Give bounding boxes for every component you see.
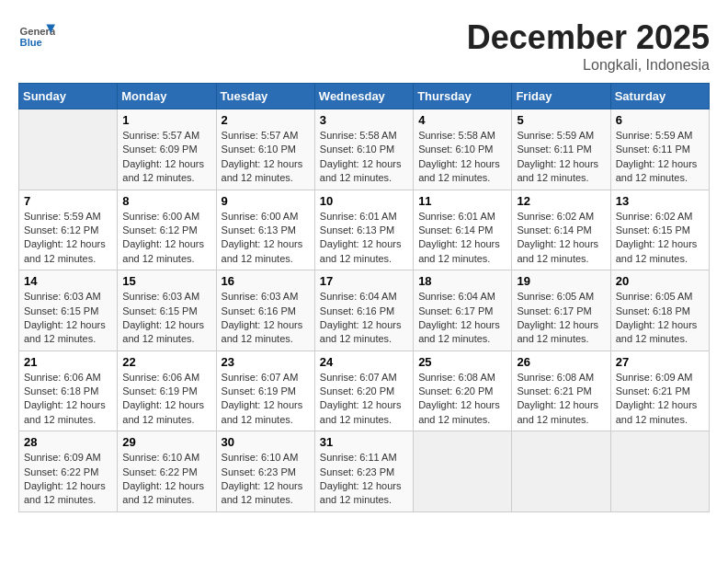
calendar-cell: 30Sunrise: 6:10 AM Sunset: 6:23 PM Dayli…: [216, 431, 314, 512]
day-info: Sunrise: 6:05 AM Sunset: 6:18 PM Dayligh…: [616, 290, 704, 347]
day-number: 17: [320, 274, 408, 288]
day-number: 2: [222, 113, 310, 127]
day-number: 31: [320, 435, 408, 449]
calendar-cell: 28Sunrise: 6:09 AM Sunset: 6:22 PM Dayli…: [19, 431, 118, 512]
day-info: Sunrise: 6:01 AM Sunset: 6:13 PM Dayligh…: [320, 210, 408, 267]
calendar-cell: 6Sunrise: 5:59 AM Sunset: 6:11 PM Daylig…: [610, 109, 709, 190]
calendar-cell: 15Sunrise: 6:03 AM Sunset: 6:15 PM Dayli…: [118, 270, 216, 351]
day-number: 10: [320, 194, 408, 208]
col-header-thursday: Thursday: [414, 84, 512, 109]
day-info: Sunrise: 6:07 AM Sunset: 6:20 PM Dayligh…: [320, 371, 408, 428]
col-header-saturday: Saturday: [610, 84, 709, 109]
day-number: 29: [122, 435, 210, 449]
day-number: 18: [418, 274, 506, 288]
day-number: 4: [418, 113, 506, 127]
calendar-cell: 22Sunrise: 6:06 AM Sunset: 6:19 PM Dayli…: [118, 350, 216, 431]
calendar-cell: 13Sunrise: 6:02 AM Sunset: 6:15 PM Dayli…: [610, 190, 709, 270]
day-info: Sunrise: 5:58 AM Sunset: 6:10 PM Dayligh…: [418, 129, 506, 186]
day-info: Sunrise: 5:58 AM Sunset: 6:10 PM Dayligh…: [320, 129, 408, 186]
week-row-2: 7Sunrise: 5:59 AM Sunset: 6:12 PM Daylig…: [19, 190, 710, 270]
day-number: 27: [616, 355, 704, 369]
day-number: 7: [24, 194, 112, 208]
calendar-cell: 8Sunrise: 6:00 AM Sunset: 6:12 PM Daylig…: [118, 190, 216, 270]
calendar-cell: 1Sunrise: 5:57 AM Sunset: 6:09 PM Daylig…: [118, 109, 216, 190]
day-info: Sunrise: 6:09 AM Sunset: 6:21 PM Dayligh…: [616, 371, 704, 428]
calendar-cell: 10Sunrise: 6:01 AM Sunset: 6:13 PM Dayli…: [314, 190, 413, 270]
calendar-cell: 19Sunrise: 6:05 AM Sunset: 6:17 PM Dayli…: [512, 270, 610, 351]
day-number: 14: [24, 274, 112, 288]
day-info: Sunrise: 5:57 AM Sunset: 6:09 PM Dayligh…: [122, 129, 210, 186]
day-info: Sunrise: 6:00 AM Sunset: 6:13 PM Dayligh…: [222, 210, 310, 267]
day-info: Sunrise: 6:10 AM Sunset: 6:22 PM Dayligh…: [122, 451, 210, 508]
day-number: 20: [616, 274, 704, 288]
day-number: 21: [24, 355, 112, 369]
day-info: Sunrise: 6:08 AM Sunset: 6:20 PM Dayligh…: [418, 371, 506, 428]
calendar-cell: 29Sunrise: 6:10 AM Sunset: 6:22 PM Dayli…: [118, 431, 216, 512]
location: Longkali, Indonesia: [467, 57, 710, 74]
logo-icon: General Blue: [18, 18, 55, 55]
calendar-cell: [414, 431, 512, 512]
day-number: 26: [517, 355, 605, 369]
calendar-cell: 4Sunrise: 5:58 AM Sunset: 6:10 PM Daylig…: [414, 109, 512, 190]
header-row: SundayMondayTuesdayWednesdayThursdayFrid…: [19, 84, 710, 109]
col-header-wednesday: Wednesday: [314, 84, 413, 109]
day-number: 5: [517, 113, 605, 127]
day-number: 9: [222, 194, 310, 208]
calendar-cell: 25Sunrise: 6:08 AM Sunset: 6:20 PM Dayli…: [414, 350, 512, 431]
day-number: 22: [122, 355, 210, 369]
calendar-cell: 17Sunrise: 6:04 AM Sunset: 6:16 PM Dayli…: [314, 270, 413, 351]
calendar-cell: 3Sunrise: 5:58 AM Sunset: 6:10 PM Daylig…: [314, 109, 413, 190]
day-info: Sunrise: 6:02 AM Sunset: 6:15 PM Dayligh…: [616, 210, 704, 267]
calendar-cell: 23Sunrise: 6:07 AM Sunset: 6:19 PM Dayli…: [216, 350, 314, 431]
col-header-tuesday: Tuesday: [216, 84, 314, 109]
day-info: Sunrise: 6:01 AM Sunset: 6:14 PM Dayligh…: [418, 210, 506, 267]
day-info: Sunrise: 6:03 AM Sunset: 6:16 PM Dayligh…: [222, 290, 310, 347]
day-info: Sunrise: 6:00 AM Sunset: 6:12 PM Dayligh…: [122, 210, 210, 267]
day-info: Sunrise: 6:10 AM Sunset: 6:23 PM Dayligh…: [222, 451, 310, 508]
calendar-cell: 18Sunrise: 6:04 AM Sunset: 6:17 PM Dayli…: [414, 270, 512, 351]
calendar-cell: 31Sunrise: 6:11 AM Sunset: 6:23 PM Dayli…: [314, 431, 413, 512]
day-info: Sunrise: 5:59 AM Sunset: 6:11 PM Dayligh…: [517, 129, 605, 186]
day-info: Sunrise: 6:07 AM Sunset: 6:19 PM Dayligh…: [222, 371, 310, 428]
calendar-cell: 27Sunrise: 6:09 AM Sunset: 6:21 PM Dayli…: [610, 350, 709, 431]
col-header-friday: Friday: [512, 84, 610, 109]
calendar-cell: 9Sunrise: 6:00 AM Sunset: 6:13 PM Daylig…: [216, 190, 314, 270]
day-number: 25: [418, 355, 506, 369]
calendar-cell: 11Sunrise: 6:01 AM Sunset: 6:14 PM Dayli…: [414, 190, 512, 270]
day-info: Sunrise: 6:11 AM Sunset: 6:23 PM Dayligh…: [320, 451, 408, 508]
day-number: 23: [222, 355, 310, 369]
day-number: 11: [418, 194, 506, 208]
calendar-cell: 26Sunrise: 6:08 AM Sunset: 6:21 PM Dayli…: [512, 350, 610, 431]
day-info: Sunrise: 6:04 AM Sunset: 6:17 PM Dayligh…: [418, 290, 506, 347]
calendar-cell: 20Sunrise: 6:05 AM Sunset: 6:18 PM Dayli…: [610, 270, 709, 351]
calendar-cell: 12Sunrise: 6:02 AM Sunset: 6:14 PM Dayli…: [512, 190, 610, 270]
day-number: 3: [320, 113, 408, 127]
day-number: 15: [122, 274, 210, 288]
day-number: 28: [24, 435, 112, 449]
day-number: 8: [122, 194, 210, 208]
week-row-5: 28Sunrise: 6:09 AM Sunset: 6:22 PM Dayli…: [19, 431, 710, 512]
calendar-cell: 21Sunrise: 6:06 AM Sunset: 6:18 PM Dayli…: [19, 350, 118, 431]
calendar-cell: 14Sunrise: 6:03 AM Sunset: 6:15 PM Dayli…: [19, 270, 118, 351]
calendar-cell: [19, 109, 118, 190]
day-info: Sunrise: 6:05 AM Sunset: 6:17 PM Dayligh…: [517, 290, 605, 347]
col-header-sunday: Sunday: [19, 84, 118, 109]
calendar-cell: [512, 431, 610, 512]
day-info: Sunrise: 6:09 AM Sunset: 6:22 PM Dayligh…: [24, 451, 112, 508]
day-info: Sunrise: 6:04 AM Sunset: 6:16 PM Dayligh…: [320, 290, 408, 347]
day-number: 30: [222, 435, 310, 449]
day-info: Sunrise: 6:03 AM Sunset: 6:15 PM Dayligh…: [24, 290, 112, 347]
day-number: 19: [517, 274, 605, 288]
calendar-cell: 5Sunrise: 5:59 AM Sunset: 6:11 PM Daylig…: [512, 109, 610, 190]
calendar-cell: 24Sunrise: 6:07 AM Sunset: 6:20 PM Dayli…: [314, 350, 413, 431]
day-number: 16: [222, 274, 310, 288]
week-row-4: 21Sunrise: 6:06 AM Sunset: 6:18 PM Dayli…: [19, 350, 710, 431]
logo: General Blue: [18, 18, 59, 55]
calendar-cell: 7Sunrise: 5:59 AM Sunset: 6:12 PM Daylig…: [19, 190, 118, 270]
day-info: Sunrise: 6:02 AM Sunset: 6:14 PM Dayligh…: [517, 210, 605, 267]
week-row-1: 1Sunrise: 5:57 AM Sunset: 6:09 PM Daylig…: [19, 109, 710, 190]
week-row-3: 14Sunrise: 6:03 AM Sunset: 6:15 PM Dayli…: [19, 270, 710, 351]
day-info: Sunrise: 6:06 AM Sunset: 6:18 PM Dayligh…: [24, 371, 112, 428]
svg-text:Blue: Blue: [20, 37, 42, 48]
calendar-table: SundayMondayTuesdayWednesdayThursdayFrid…: [18, 83, 710, 512]
